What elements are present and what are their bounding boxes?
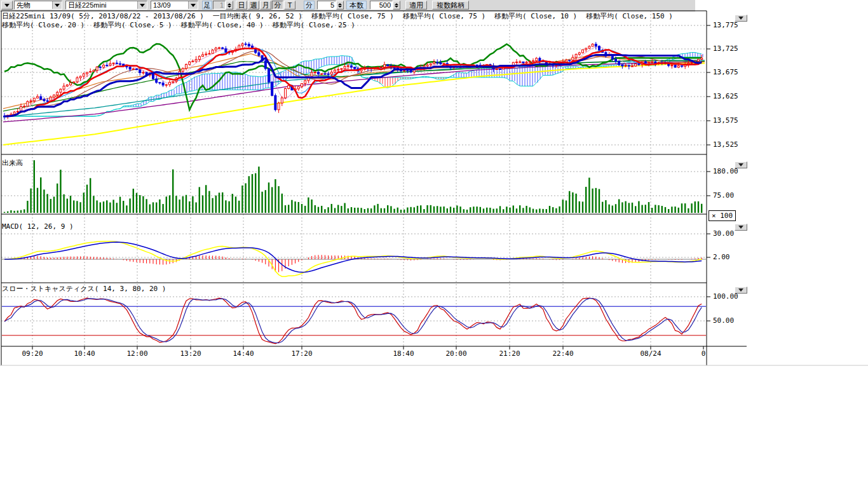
time-axis-label: 10:40: [71, 350, 98, 358]
price-axis-label: 13,675: [713, 69, 738, 76]
legend-ma40: 移動平均( Close, 40 ): [181, 22, 264, 29]
chevron-down-icon: [738, 288, 743, 292]
legend-ichimoku: 一目均衡表( 9, 26, 52 ): [213, 13, 302, 20]
price-axis-label: 13,575: [713, 117, 738, 125]
time-axis-label: 12:00: [123, 350, 151, 358]
macd-pane-dropdown-button[interactable]: [735, 224, 747, 231]
price-axis-label: 13,775: [713, 22, 738, 29]
time-axis-label: 18:40: [390, 350, 417, 358]
time-axis-label: 08/24: [637, 350, 665, 358]
volume-pane-title: 出来高: [2, 159, 23, 167]
price-axis-label: 13,625: [713, 93, 738, 100]
price-pane-legend-row1: 日経225mini 13/09( 5分, 2013/08/22 - 2013/0…: [2, 13, 673, 20]
time-axis-label: 20:00: [442, 350, 470, 358]
stoch-pane-title: スロー・ストキャスティクス( 14, 3, 80, 20 ): [2, 285, 166, 293]
legend-ma150: 移動平均( Close, 150 ): [586, 13, 673, 20]
chevron-down-icon: [738, 226, 743, 229]
volume-multiplier-badge: × 100: [709, 210, 736, 221]
macd-axis-label: 30.00: [713, 230, 734, 238]
time-axis-label: 0: [689, 350, 717, 358]
price-axis-label: 13,725: [713, 45, 738, 53]
legend-ma75: 移動平均( Close, 75 ): [311, 13, 394, 20]
time-axis-label: 22:40: [549, 350, 577, 358]
legend-ma10: 移動平均( Close, 10 ): [494, 13, 577, 20]
stoch-axis-label: 100.00: [713, 293, 738, 301]
chart-canvas[interactable]: [0, 0, 868, 381]
legend-ma75b: 移動平均( Close, 75 ): [403, 13, 485, 20]
price-pane-legend-row2: 移動平均( Close, 20 ) 移動平均( Close, 5 ) 移動平均(…: [2, 22, 355, 29]
time-axis-label: 17:20: [288, 350, 316, 358]
time-axis-label: 14:40: [229, 350, 257, 358]
time-axis-label: 09:20: [18, 350, 46, 358]
volume-axis-label: 180.00: [713, 168, 738, 175]
chevron-down-icon: [738, 163, 743, 166]
macd-pane-title: MACD( 12, 26, 9 ): [2, 223, 74, 231]
legend-ma20: 移動平均( Close, 20 ): [2, 22, 85, 29]
stoch-axis-label: 50.00: [713, 317, 734, 325]
legend-symbol-range: 日経225mini 13/09( 5分, 2013/08/22 - 2013/0…: [2, 13, 204, 20]
legend-ma25: 移動平均( Close, 25 ): [273, 22, 355, 29]
chevron-down-icon: [738, 17, 743, 20]
time-axis-label: 13:20: [177, 350, 205, 358]
legend-ma5: 移動平均( Close, 5 ): [93, 22, 172, 29]
time-axis-label: 21:20: [496, 350, 524, 358]
volume-axis-label: 75.00: [713, 192, 734, 200]
price-axis-label: 13,525: [713, 141, 738, 149]
macd-axis-label: 2.00: [713, 254, 730, 261]
